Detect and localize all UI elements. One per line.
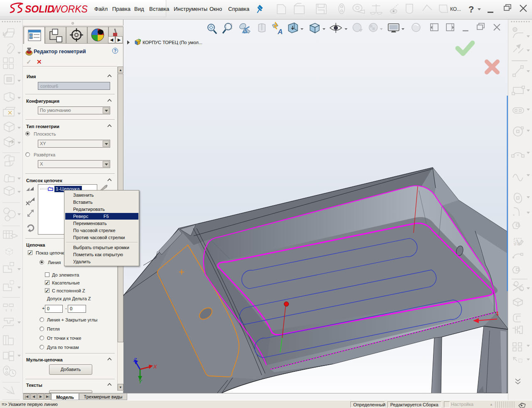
svg-text:A: A	[277, 28, 283, 36]
svg-text:X: X	[153, 363, 158, 370]
svg-text:1: 1	[496, 310, 499, 317]
svg-text:WORKS: WORKS	[52, 4, 88, 15]
svg-text:A: A	[514, 237, 520, 247]
svg-text:Y: Y	[138, 378, 143, 385]
svg-text:КО...: КО...	[450, 6, 461, 12]
svg-text:?: ?	[468, 4, 474, 15]
svg-text:Z: Z	[133, 357, 137, 363]
svg-text:КОРПУС ТОРЕЦ (По умол...: КОРПУС ТОРЕЦ (По умол...	[143, 40, 202, 45]
svg-text:SOLID: SOLID	[25, 4, 54, 15]
